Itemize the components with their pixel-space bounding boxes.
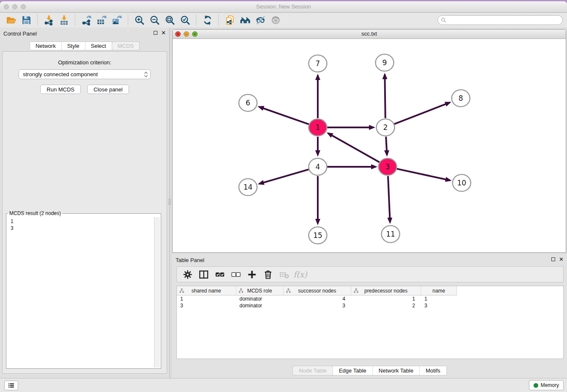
table-cell: 3 xyxy=(177,303,236,309)
edge-4-14[interactable] xyxy=(259,169,309,184)
task-history-button[interactable] xyxy=(4,381,18,390)
tab-network-table[interactable]: Network Table xyxy=(373,366,420,375)
edge-2-9[interactable] xyxy=(385,75,385,118)
show-eye-button[interactable] xyxy=(268,14,283,27)
network-window-titlebar[interactable]: ✕ − + scc.txt xyxy=(173,30,566,39)
graph-node-1[interactable]: 1 xyxy=(309,119,327,136)
clone-network-icon xyxy=(225,15,235,25)
close-window-icon[interactable] xyxy=(4,4,9,9)
edge-2-3[interactable] xyxy=(386,137,387,155)
edge-1-6[interactable] xyxy=(259,107,309,124)
import-table-button[interactable] xyxy=(56,14,72,27)
table-cell: 2 xyxy=(351,303,421,309)
float-panel-icon[interactable] xyxy=(154,31,157,35)
import-network-button[interactable] xyxy=(41,14,56,27)
edge-3-1[interactable] xyxy=(328,133,379,162)
tab-select[interactable]: Select xyxy=(85,42,112,50)
select-all-button[interactable] xyxy=(213,268,226,281)
graph-node-11[interactable]: 11 xyxy=(382,226,400,243)
graph-node-3[interactable]: 3 xyxy=(379,158,397,175)
tree-icon xyxy=(239,288,243,293)
column-header-successor-nodes[interactable]: successor nodes xyxy=(284,286,351,295)
table-close-panel-icon[interactable]: ✕ xyxy=(559,257,564,262)
refresh-button[interactable] xyxy=(200,14,215,27)
graph-node-7[interactable]: 7 xyxy=(309,55,327,72)
table-cell: 3 xyxy=(284,303,351,309)
delete-table-icon xyxy=(279,269,289,280)
tree-icon xyxy=(179,288,184,293)
graph-node-10[interactable]: 10 xyxy=(453,174,471,191)
add-column-button[interactable] xyxy=(245,268,259,281)
split-panel-button[interactable] xyxy=(197,268,210,281)
edge-3-10[interactable] xyxy=(396,169,450,180)
column-header-MCDS-role[interactable]: MCDS role xyxy=(236,286,284,295)
unselect-all-button[interactable] xyxy=(229,268,242,281)
graph-node-4[interactable]: 4 xyxy=(309,158,327,175)
table-float-panel-icon[interactable] xyxy=(551,257,555,261)
column-header-name[interactable]: name xyxy=(421,286,457,295)
clone-network-button[interactable] xyxy=(222,14,237,27)
memory-button[interactable]: Memory xyxy=(529,380,564,390)
run-mcds-button[interactable]: Run MCDS xyxy=(40,85,81,94)
hide-visual-properties-button[interactable] xyxy=(253,14,268,27)
zoom-in-button[interactable] xyxy=(132,14,147,27)
tab-motifs[interactable]: Motifs xyxy=(420,366,446,375)
function-builder-button: f(x) xyxy=(294,268,307,281)
minimize-window-icon[interactable] xyxy=(12,4,17,9)
close-panel-icon[interactable]: ✕ xyxy=(161,30,166,35)
zoom-window-icon[interactable] xyxy=(21,4,26,9)
graph-node-9[interactable]: 9 xyxy=(376,54,394,71)
mcds-panel: Optimization criterion: strongly connect… xyxy=(2,51,167,374)
export-network-button[interactable] xyxy=(79,14,94,27)
network-close-icon[interactable]: ✕ xyxy=(175,31,181,37)
toolbar-separator xyxy=(37,15,38,26)
network-canvas[interactable]: 7968124314101511 xyxy=(173,39,566,252)
zoom-in-icon xyxy=(134,15,145,25)
tab-edge-table[interactable]: Edge Table xyxy=(333,366,373,375)
graph-node-14[interactable]: 14 xyxy=(239,179,257,196)
save-session-button[interactable] xyxy=(19,14,34,27)
close-panel-button[interactable]: Close panel xyxy=(87,85,129,94)
zoom-selected-icon xyxy=(180,15,190,25)
network-maximize-icon[interactable]: + xyxy=(192,31,198,37)
tab-network[interactable]: Network xyxy=(30,42,62,50)
toolbar-separator xyxy=(196,15,196,26)
zoom-out-button[interactable] xyxy=(147,14,162,27)
edge-3-11[interactable] xyxy=(388,176,390,222)
edge-2-8[interactable] xyxy=(394,102,450,124)
result-scrollbar[interactable] xyxy=(154,217,160,367)
graph-node-2[interactable]: 2 xyxy=(377,119,395,136)
zoom-selected-button[interactable] xyxy=(177,14,193,27)
node-label: 10 xyxy=(457,179,466,187)
export-image-button[interactable] xyxy=(109,14,124,27)
delete-column-button[interactable] xyxy=(261,268,275,281)
settings-gear-button[interactable] xyxy=(181,268,194,281)
tab-node-table[interactable]: Node Table xyxy=(293,366,333,375)
table-row[interactable]: 1dominator411 xyxy=(177,295,563,302)
table-cell: dominator xyxy=(236,303,284,309)
table-toolbar: f(x) xyxy=(176,266,564,282)
network-view-window: ✕ − + scc.txt 7968124314101511 xyxy=(172,29,566,253)
criterion-select[interactable]: strongly connected component xyxy=(19,69,151,79)
search-input[interactable] xyxy=(438,15,563,25)
home-button[interactable] xyxy=(237,14,253,27)
optimization-criterion-label: Optimization criterion: xyxy=(3,59,167,66)
zoom-fit-button[interactable] xyxy=(162,14,177,27)
tab-mcds[interactable]: MCDS xyxy=(112,42,139,50)
mcds-result-box: MCDS result (2 nodes) 13 xyxy=(6,210,161,369)
app-titlebar[interactable]: Session: New Session xyxy=(0,1,567,13)
export-table-button[interactable] xyxy=(94,14,109,27)
graph-node-15[interactable]: 15 xyxy=(309,227,327,244)
tab-style[interactable]: Style xyxy=(62,42,85,50)
column-header-predecessor-nodes[interactable]: predecessor nodes xyxy=(351,286,421,295)
panel-splitter-handle[interactable] xyxy=(168,198,171,205)
graph-node-8[interactable]: 8 xyxy=(452,90,470,107)
column-header-shared-name[interactable]: shared name xyxy=(177,286,236,295)
table-cell: dominator xyxy=(236,296,284,302)
open-file-button[interactable] xyxy=(3,14,19,27)
network-minimize-icon[interactable]: − xyxy=(184,31,189,37)
table-row[interactable]: 3dominator323 xyxy=(177,302,563,309)
graph-node-6[interactable]: 6 xyxy=(239,94,257,111)
search-box xyxy=(438,15,563,25)
table-cell: 1 xyxy=(177,296,236,302)
